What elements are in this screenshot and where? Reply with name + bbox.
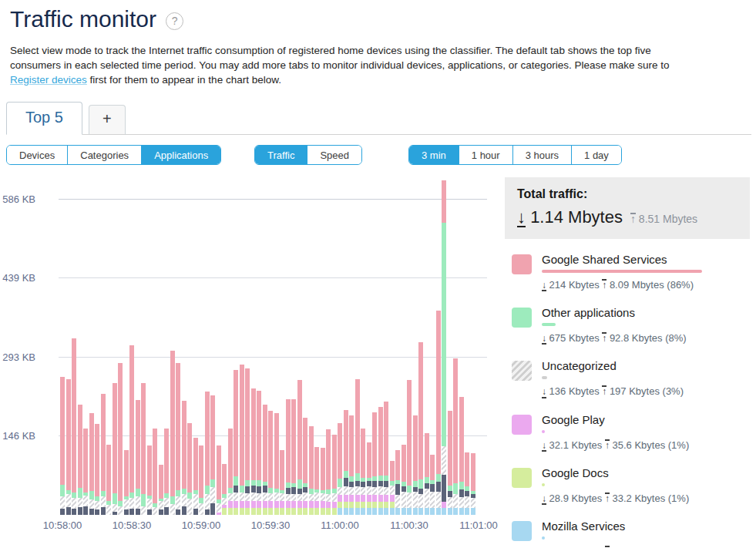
stacked-bar[interactable]: [228, 429, 233, 515]
stacked-bar[interactable]: [240, 365, 244, 515]
stacked-bar[interactable]: [378, 407, 383, 515]
legend-item-body: Google Docs↓ 28.9 Kbytes ↑ 33.2 Kbytes (…: [542, 466, 750, 505]
stacked-bar[interactable]: [66, 379, 71, 515]
stacked-bar[interactable]: [124, 450, 129, 515]
legend-item[interactable]: Uncategorized↓ 136 Kbytes ↑ 197 Kbytes (…: [505, 351, 750, 405]
add-tab-button[interactable]: +: [89, 105, 126, 135]
stacked-bar[interactable]: [332, 435, 337, 515]
help-icon[interactable]: ?: [166, 12, 183, 30]
stacked-bar[interactable]: [199, 445, 203, 515]
stacked-bar[interactable]: [164, 429, 169, 515]
stacked-bar[interactable]: [459, 397, 464, 515]
stacked-bar[interactable]: [101, 394, 106, 515]
stacked-bar[interactable]: [465, 452, 469, 515]
stacked-bar[interactable]: [297, 380, 302, 515]
stacked-bar[interactable]: [390, 461, 395, 515]
bar-segment-gs: [402, 445, 406, 482]
bar-segment-un: [361, 487, 365, 495]
stacked-bar[interactable]: [187, 423, 192, 515]
stacked-bar[interactable]: [106, 445, 111, 515]
stacked-bar[interactable]: [361, 429, 365, 515]
legend-item[interactable]: Google Docs↓ 28.9 Kbytes ↑ 33.2 Kbytes (…: [505, 459, 750, 512]
stacked-bar[interactable]: [147, 445, 152, 515]
bar-segment-oa: [199, 498, 203, 503]
bar-segment-dk: [448, 491, 452, 497]
stacked-bar[interactable]: [217, 445, 221, 515]
legend-item[interactable]: Google Play↓ 32.1 Kbytes ↑ 35.6 Kbytes (…: [505, 405, 750, 459]
stacked-bar[interactable]: [344, 410, 348, 515]
stacked-bar[interactable]: [72, 338, 76, 515]
stacked-bar[interactable]: [291, 399, 296, 515]
stacked-bar[interactable]: [430, 455, 435, 515]
period-1-hour[interactable]: 1 hour: [459, 146, 512, 164]
stacked-bar[interactable]: [395, 450, 400, 515]
stacked-bar[interactable]: [413, 415, 418, 515]
view-mode-applications[interactable]: Applications: [141, 146, 220, 164]
stacked-bar[interactable]: [89, 413, 94, 515]
register-devices-link[interactable]: Register devices: [10, 74, 87, 86]
stacked-bar[interactable]: [83, 429, 88, 515]
stacked-bar[interactable]: [234, 370, 238, 515]
stacked-bar[interactable]: [95, 424, 99, 515]
stacked-bar[interactable]: [407, 380, 412, 515]
legend-item[interactable]: Other applications↓ 675 Kbytes ↑ 92.8 Kb…: [505, 298, 750, 351]
stacked-bar[interactable]: [418, 342, 423, 515]
stacked-bar[interactable]: [159, 465, 163, 515]
stacked-bar[interactable]: [118, 363, 123, 515]
stacked-bar[interactable]: [141, 383, 146, 515]
stacked-bar[interactable]: [384, 402, 388, 515]
stacked-bar[interactable]: [153, 429, 157, 515]
bar-segment-dk: [436, 482, 441, 492]
stacked-bar[interactable]: [309, 426, 314, 515]
stacked-bar[interactable]: [453, 358, 458, 515]
period-1-day[interactable]: 1 day: [571, 146, 621, 164]
stacked-bar[interactable]: [182, 401, 186, 515]
stacked-bar[interactable]: [326, 429, 331, 515]
stacked-bar[interactable]: [314, 447, 319, 515]
bar-segment-oa: [176, 490, 180, 496]
period-3-hours[interactable]: 3 hours: [512, 146, 571, 164]
stacked-bar[interactable]: [136, 400, 140, 515]
stacked-bar[interactable]: [471, 453, 475, 515]
stacked-bar[interactable]: [355, 379, 360, 515]
stacked-bar[interactable]: [367, 442, 371, 515]
view-mode-devices[interactable]: Devices: [7, 146, 67, 164]
stacked-bar[interactable]: [257, 391, 261, 515]
stacked-bar[interactable]: [129, 345, 134, 515]
stacked-bar[interactable]: [210, 395, 215, 515]
stacked-bar[interactable]: [274, 413, 279, 515]
bar-segment-dk: [101, 507, 106, 515]
view-mode-categories[interactable]: Categories: [67, 146, 141, 164]
stacked-bar[interactable]: [436, 311, 441, 515]
stacked-bar[interactable]: [205, 392, 210, 515]
stacked-bar[interactable]: [321, 448, 325, 515]
stacked-bar[interactable]: [280, 450, 284, 515]
legend-item[interactable]: Google Shared Services↓ 214 Kbytes ↑ 8.0…: [505, 245, 750, 298]
stacked-bar[interactable]: [268, 411, 273, 515]
stacked-bar[interactable]: [349, 415, 354, 515]
stacked-bar[interactable]: [425, 433, 429, 515]
bar-segment-mz: [425, 508, 429, 515]
stacked-bar[interactable]: [78, 405, 82, 515]
stacked-bar[interactable]: [448, 411, 452, 515]
stacked-bar[interactable]: [222, 464, 227, 515]
stacked-bar[interactable]: [402, 445, 406, 515]
stacked-bar[interactable]: [245, 368, 250, 515]
stacked-bar[interactable]: [372, 412, 377, 515]
stacked-bar[interactable]: [338, 423, 342, 515]
stacked-bar[interactable]: [170, 351, 175, 515]
stacked-bar[interactable]: [176, 363, 180, 515]
measure-mode-traffic[interactable]: Traffic: [255, 146, 307, 164]
stacked-bar[interactable]: [442, 180, 446, 515]
stacked-bar[interactable]: [113, 383, 117, 515]
stacked-bar[interactable]: [60, 377, 65, 515]
measure-mode-speed[interactable]: Speed: [307, 146, 361, 164]
legend-item[interactable]: Mozilla Services↓ 23.4 Kbytes ↑ 26.8 Kby…: [505, 512, 750, 548]
stacked-bar[interactable]: [263, 405, 267, 515]
stacked-bar[interactable]: [303, 418, 307, 515]
stacked-bar[interactable]: [193, 438, 198, 515]
tab-top5[interactable]: Top 5: [6, 102, 82, 135]
stacked-bar[interactable]: [251, 388, 256, 515]
period-3-min[interactable]: 3 min: [409, 146, 459, 164]
stacked-bar[interactable]: [286, 399, 291, 515]
